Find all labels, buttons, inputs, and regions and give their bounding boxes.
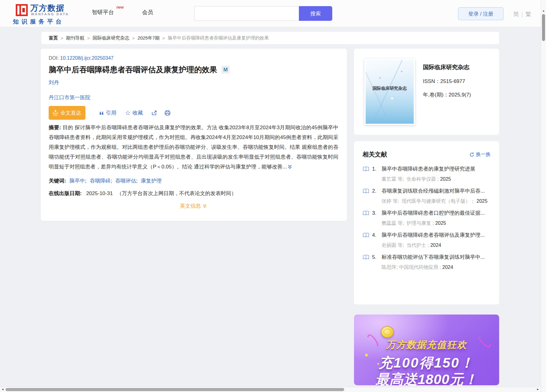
favorite-button[interactable]: ☆ 收藏 [125, 109, 143, 116]
related-title: 相关文献 [363, 150, 387, 159]
abstract-label: 摘要: [49, 125, 61, 130]
brand-tagline: 知识服务平台 [13, 18, 64, 26]
lang-traditional[interactable]: 繁 [525, 11, 531, 17]
scroll-up-arrow-icon[interactable]: ▲ [541, 9, 546, 12]
action-row: free 全文直达 “ 引用 ☆ 收藏 [49, 106, 338, 120]
printer-icon [164, 110, 171, 116]
double-chevron-down-icon [202, 204, 207, 208]
open-book-icon [363, 166, 369, 172]
related-item-meta: 张婷 等; 现代医学与健康研究（电子版）； 2025 [382, 197, 491, 205]
related-item-meta: 陈思萍; 中国现代药物应用 ; 2024 [382, 263, 491, 271]
related-item-meta: 樊蕊蕊 等; 护理与康复 ; 2025 [382, 219, 491, 227]
lang-simplified[interactable]: 简 [513, 11, 519, 17]
related-item-title[interactable]: 脑卒中后吞咽障碍患者吞咽评估及康复护理... [382, 232, 485, 239]
search-input[interactable] [194, 6, 299, 21]
online-date-note: （万方平台首次上网日期，不代表论文的发表时间） [117, 190, 236, 196]
related-item-title[interactable]: 脑卒中吞咽障碍患者的康复护理研究进展 [382, 165, 475, 172]
brand-name-cn[interactable]: 万方数据 [30, 3, 65, 13]
refresh-icon [469, 152, 474, 157]
star-icon: ☆ [125, 110, 131, 116]
keywords-row: 关键词: 脑卒中; 吞咽障碍; 吞咽评估; 康复护理 [49, 177, 338, 184]
header: 万方数据 WANFANG DATA 知识服务平台 智研平台 new 会员 搜索 … [0, 0, 546, 27]
open-book-icon [363, 210, 369, 216]
brand-name-en: WANFANG DATA [31, 12, 69, 16]
related-item-meta: 史丽圆 等; 当代护士 ; 2024 [382, 241, 491, 249]
new-badge: new [116, 5, 124, 9]
page: 万方数据 WANFANG DATA 知识服务平台 智研平台 new 会员 搜索 … [0, 0, 546, 392]
vertical-scrollbar[interactable]: ▲ [541, 0, 546, 392]
related-item-title[interactable]: 吞咽康复训练联合经颅磁刺激对脑卒中后吞... [382, 187, 485, 194]
keyword-link[interactable]: 吞咽评估 [115, 178, 136, 184]
doi-label: DOI: [49, 55, 59, 61]
breadcrumb-journal[interactable]: 国际临床研究杂志 [93, 35, 130, 41]
author-link[interactable]: 刘丹 [49, 79, 59, 86]
journal-issn: ISSN：2515-6977 [423, 78, 493, 85]
keyword-link[interactable]: 康复护理 [141, 178, 162, 184]
scroll-right-arrow-icon[interactable]: ► [537, 388, 539, 391]
search-button[interactable]: 搜索 [299, 6, 332, 21]
journal-info: 国际临床研究杂志 ISSN：2515-6977 年,卷(期)：2025,9(7) [423, 63, 493, 98]
related-item-title[interactable]: 脑卒中后吞咽障碍患者口腔护理的最佳证据... [382, 209, 485, 217]
related-item: 2. 吞咽康复训练联合经颅磁刺激对脑卒中后吞... 张婷 等; 现代医学与健康研… [363, 187, 491, 205]
journal-cover-title: 国际临床研究杂志 [366, 86, 414, 91]
horizontal-scrollbar[interactable]: ◄ ► [0, 387, 546, 392]
promo-headline: 万方数据充值狂欢 [354, 338, 499, 351]
related-list: 1. 脑卒中吞咽障碍患者的康复护理研究进展 董艺霖 等; 生命科学仪器 ; 20… [363, 165, 491, 271]
related-item: 5. 标准吞咽功能评估下吞咽康复训练对脑卒中... 陈思萍; 中国现代药物应用 … [363, 254, 491, 271]
open-book-icon [363, 254, 369, 260]
keyword-link[interactable]: 吞咽障碍 [90, 178, 111, 184]
horizontal-scrollbar-thumb[interactable] [6, 388, 344, 391]
doi-link[interactable]: 10.12208/j.ijcr.20250347 [60, 55, 113, 61]
breadcrumb-separator: > [61, 36, 63, 41]
journal-volume: 年,卷(期)：2025,9(7) [423, 91, 493, 98]
medline-badge: M [221, 66, 230, 74]
vertical-scrollbar-thumb[interactable] [542, 14, 545, 41]
quote-icon: “ [99, 114, 104, 117]
promo-offer-2: 最高送1800元！ [354, 370, 499, 385]
article-title-row: 脑卒中后吞咽障碍患者吞咽评估及康复护理的效果 M [49, 65, 338, 75]
nav-item-zhiyan[interactable]: 智研平台 new [92, 9, 114, 16]
related-item: 1. 脑卒中吞咽障碍患者的康复护理研究进展 董艺霖 等; 生命科学仪器 ; 20… [363, 165, 491, 183]
breadcrumb-separator: > [162, 36, 165, 41]
abstract-text: 目的 探讨脑卒中后吞咽障碍患者吞咽评估及康复护理的效果。方法 收集2023年8月… [49, 125, 338, 170]
share-icon [151, 110, 157, 116]
journal-name-link[interactable]: 国际临床研究杂志 [423, 63, 493, 71]
wanfang-logo-icon[interactable] [16, 4, 28, 16]
login-register-button[interactable]: 登录 / 注册 [458, 7, 503, 20]
related-item-title[interactable]: 标准吞咽功能评估下吞咽康复训练对脑卒中... [382, 254, 485, 261]
doi-line: DOI: 10.12208/j.ijcr.20250347 [49, 55, 338, 61]
breadcrumb-current: 脑卒中后吞咽障碍患者吞咽评估及康复护理的效果 [168, 35, 269, 41]
scroll-left-arrow-icon[interactable]: ◄ [1, 388, 4, 391]
download-free-icon: free [53, 110, 58, 116]
breadcrumb-issue[interactable]: 2025年7期 [137, 35, 160, 41]
journal-card: 国际临床研究杂志 国际临床研究杂志 ISSN：2515-6977 年,卷(期)：… [354, 49, 499, 135]
related-item: 4. 脑卒中后吞咽障碍患者吞咽评估及康复护理... 史丽圆 等; 当代护士 ; … [363, 232, 491, 249]
online-date-value: 2025-10-31 [86, 190, 113, 196]
promo-banner[interactable]: 万方数据充值狂欢 充100得150！ 最高送1800元！ [354, 315, 499, 385]
online-date-row: 在线出版日期: 2025-10-31 （万方平台首次上网日期，不代表论文的发表时… [49, 190, 338, 197]
fulltext-button[interactable]: free 全文直达 [49, 106, 85, 120]
cite-button[interactable]: “ 引用 [99, 109, 116, 116]
related-item-meta: 董艺霖 等; 生命科学仪器 ; 2025 [382, 175, 491, 183]
open-book-icon [363, 232, 369, 238]
share-button[interactable] [151, 110, 157, 116]
breadcrumb-journal-nav[interactable]: 期刊导航 [66, 35, 85, 41]
keywords-label: 关键词: [49, 178, 66, 184]
print-button[interactable] [164, 110, 171, 116]
abstract: 摘要: 目的 探讨脑卒中后吞咽障碍患者吞咽评估及康复护理的效果。方法 收集202… [49, 123, 338, 172]
online-date-label: 在线出版日期: [49, 190, 82, 196]
english-info-toggle[interactable]: 英文信息 [49, 202, 338, 209]
lang-divider: | [522, 11, 523, 17]
affiliation-link[interactable]: 丹江口市第一医院 [49, 94, 90, 101]
keyword-link[interactable]: 脑卒中 [69, 178, 85, 184]
open-book-icon [363, 188, 369, 194]
article-card: DOI: 10.12208/j.ijcr.20250347 脑卒中后吞咽障碍患者… [41, 49, 347, 221]
nav-item-member[interactable]: 会员 [142, 9, 153, 16]
breadcrumb-separator: > [132, 36, 135, 41]
breadcrumb-home[interactable]: 首页 [49, 35, 58, 41]
related-literature-card: 相关文献 换一换 1. 脑卒中吞咽障碍患者的康复护理研究进展 董艺霖 等; 生命… [354, 141, 499, 304]
promo-offer-1: 充100得150！ [354, 354, 499, 372]
refresh-related-button[interactable]: 换一换 [469, 151, 491, 158]
double-chevron-down-icon[interactable] [287, 164, 292, 169]
journal-cover[interactable]: 国际临床研究杂志 [364, 59, 415, 125]
